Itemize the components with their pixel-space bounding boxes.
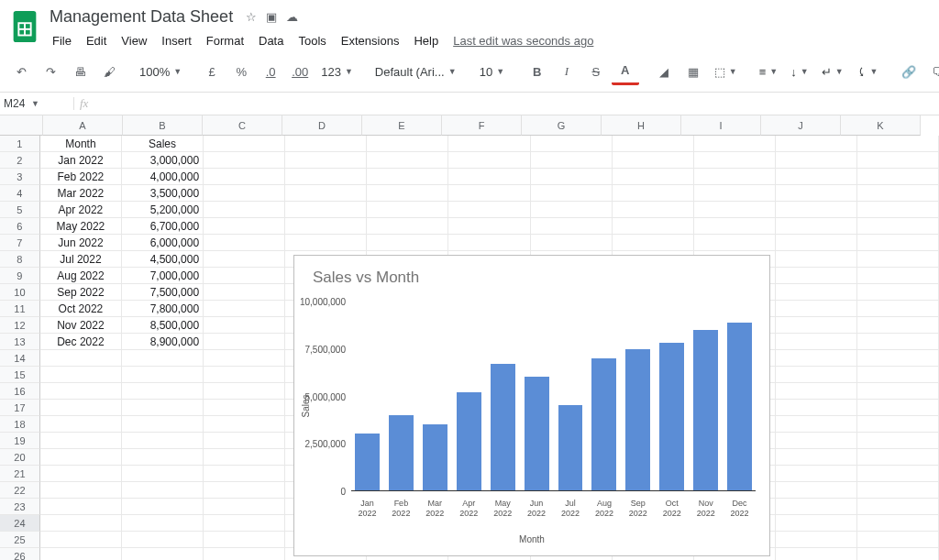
column-header-C[interactable]: C [203,115,282,136]
menu-help[interactable]: Help [407,30,445,51]
row-header[interactable]: 18 [0,416,40,433]
fill-color-button[interactable]: ◢ [650,60,678,83]
cell-C16[interactable] [204,383,285,400]
cell-I6[interactable] [694,218,776,235]
cell-H2[interactable] [613,152,694,169]
cell-D5[interactable] [285,202,367,218]
wrap-dropdown[interactable]: ↵▼ [816,60,849,83]
row-header[interactable]: 21 [0,466,40,482]
star-icon[interactable]: ☆ [246,10,257,24]
cell-J13[interactable] [776,334,857,350]
row-header[interactable]: 6 [0,218,40,235]
cell-B21[interactable] [122,466,204,482]
cell-D4[interactable] [285,185,367,202]
cell-K17[interactable] [857,400,939,416]
cell-H6[interactable] [613,218,694,235]
chart-bar[interactable] [355,434,380,490]
cell-J5[interactable] [776,202,857,218]
cell-J21[interactable] [776,466,857,482]
cell-G2[interactable] [531,152,613,169]
cell-C15[interactable] [204,367,285,383]
redo-button[interactable]: ↷ [37,60,64,83]
cell-K2[interactable] [857,152,939,169]
document-title[interactable]: Management Data Sheet [46,5,237,28]
cell-A3[interactable]: Feb 2022 [40,169,122,185]
chart-bar[interactable] [423,424,447,490]
menu-data[interactable]: Data [252,30,290,51]
formula-input[interactable] [94,93,939,115]
cell-A2[interactable]: Jan 2022 [40,152,122,169]
cell-A25[interactable] [40,532,122,548]
increase-decimals-button[interactable]: .00 [286,60,314,83]
cell-K9[interactable] [857,268,939,284]
menu-insert[interactable]: Insert [155,30,198,51]
chart-bar[interactable] [491,364,515,490]
row-header[interactable]: 8 [0,251,40,268]
cell-G5[interactable] [531,202,613,218]
cell-K3[interactable] [857,169,939,185]
cell-J3[interactable] [776,169,857,185]
rotate-dropdown[interactable]: ⤹▼ [851,60,884,83]
number-format-dropdown[interactable]: 123▼ [315,60,359,83]
spreadsheet-grid[interactable]: ABCDEFGHIJK 1MonthSales2Jan 20223,000,00… [0,115,939,560]
cell-A7[interactable]: Jun 2022 [40,235,122,251]
cell-D3[interactable] [285,169,367,185]
cell-A1[interactable]: Month [40,136,122,152]
cell-H7[interactable] [613,235,694,251]
cell-C23[interactable] [204,499,285,515]
cell-B15[interactable] [122,367,204,383]
cell-B17[interactable] [122,400,204,416]
cell-A23[interactable] [40,499,122,515]
cell-C19[interactable] [204,433,285,449]
cell-K7[interactable] [857,235,939,251]
cell-I2[interactable] [694,152,776,169]
cell-A16[interactable] [40,383,122,400]
cell-J23[interactable] [776,499,857,515]
cell-C18[interactable] [204,416,285,433]
cell-B12[interactable]: 8,500,000 [122,317,204,334]
cell-J25[interactable] [776,532,857,548]
cell-B10[interactable]: 7,500,000 [122,284,204,301]
borders-button[interactable]: ▦ [679,60,707,83]
chart-bar[interactable] [659,343,684,490]
cell-C13[interactable] [204,334,285,350]
italic-button[interactable]: I [553,60,580,83]
font-dropdown[interactable]: Default (Ari...▼ [370,60,463,83]
menu-edit[interactable]: Edit [80,30,113,51]
cell-K12[interactable] [857,317,939,334]
cell-C12[interactable] [204,317,285,334]
insert-link-button[interactable]: 🔗 [895,60,922,83]
cell-B6[interactable]: 6,700,000 [122,218,204,235]
percent-button[interactable]: % [227,60,255,83]
row-header[interactable]: 20 [0,449,40,466]
column-header-K[interactable]: K [841,115,921,136]
row-header[interactable]: 13 [0,334,40,350]
cell-B4[interactable]: 3,500,000 [122,185,204,202]
cell-E1[interactable] [367,136,448,152]
chart-bar[interactable] [558,405,583,490]
cell-C24[interactable] [204,515,285,532]
cell-K6[interactable] [857,218,939,235]
menu-view[interactable]: View [115,30,153,51]
chart-bar[interactable] [525,377,549,490]
cell-I4[interactable] [694,185,776,202]
decrease-decimals-button[interactable]: .0 [257,60,284,83]
cell-K21[interactable] [857,466,939,482]
cell-J19[interactable] [776,433,857,449]
cell-B3[interactable]: 4,000,000 [122,169,204,185]
row-header[interactable]: 19 [0,433,40,449]
cell-E2[interactable] [367,152,448,169]
cell-D2[interactable] [285,152,367,169]
cell-B9[interactable]: 7,000,000 [122,268,204,284]
cell-K14[interactable] [857,350,939,367]
cell-A26[interactable] [40,548,122,560]
cell-K1[interactable] [857,136,939,152]
cell-E3[interactable] [367,169,448,185]
font-size-dropdown[interactable]: 10▼ [474,60,513,83]
last-edit-link[interactable]: Last edit was seconds ago [447,30,600,51]
cell-J14[interactable] [776,350,857,367]
cell-K23[interactable] [857,499,939,515]
cell-K19[interactable] [857,433,939,449]
cell-C1[interactable] [204,136,285,152]
cell-A10[interactable]: Sep 2022 [40,284,122,301]
